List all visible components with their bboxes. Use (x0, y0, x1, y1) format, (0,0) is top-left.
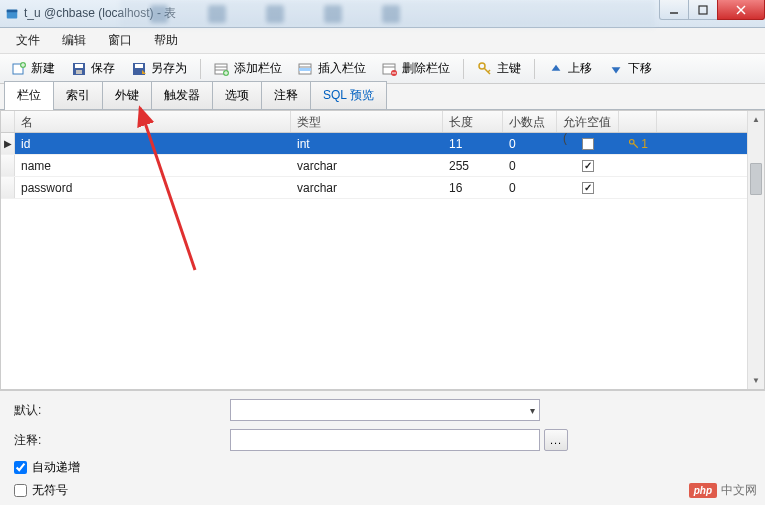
add-field-button[interactable]: 添加栏位 (207, 56, 289, 81)
cell-name[interactable]: name (15, 156, 291, 176)
svg-rect-11 (75, 64, 83, 68)
cell-type[interactable]: varchar (291, 178, 443, 198)
delete-field-button[interactable]: 删除栏位 (375, 56, 457, 81)
cell-key[interactable] (619, 185, 657, 191)
svg-rect-14 (135, 64, 143, 68)
cell-type[interactable]: varchar (291, 156, 443, 176)
save-as-button[interactable]: 另存为 (124, 56, 194, 81)
minimize-button[interactable] (659, 0, 689, 20)
watermark-badge: php (689, 483, 717, 498)
primary-key-icon: 1 (628, 137, 648, 151)
tab-comment[interactable]: 注释 (261, 81, 311, 109)
tab-sql-preview[interactable]: SQL 预览 (310, 81, 387, 109)
watermark-text: 中文网 (721, 482, 757, 499)
menu-file[interactable]: 文件 (6, 28, 50, 53)
col-header-name[interactable]: 名 (15, 111, 291, 132)
col-header-key[interactable] (619, 111, 657, 132)
auto-increment-checkbox[interactable] (14, 461, 27, 474)
cell-key[interactable] (619, 163, 657, 169)
svg-line-30 (488, 70, 490, 72)
new-label: 新建 (31, 60, 55, 77)
default-combobox[interactable] (230, 399, 540, 421)
new-icon (11, 61, 27, 77)
row-indicator-header (1, 111, 15, 132)
cell-allow-null[interactable] (557, 179, 619, 197)
svg-rect-1 (7, 9, 18, 12)
auto-increment-label[interactable]: 自动递增 (32, 459, 80, 476)
svg-rect-23 (299, 68, 311, 71)
comment-more-button[interactable]: ... (544, 429, 568, 451)
comment-label: 注释: (14, 432, 70, 449)
checkbox-icon (582, 160, 594, 172)
toolbar-separator (463, 59, 464, 79)
cell-type[interactable]: int (291, 134, 443, 154)
save-as-icon (131, 61, 147, 77)
toolbar-separator (200, 59, 201, 79)
table-row[interactable]: ▶idint1101 (1, 133, 747, 155)
cell-length[interactable]: 16 (443, 178, 503, 198)
titlebar: t_u @chbase (localhost) - 表 (0, 0, 765, 28)
cell-allow-null[interactable] (557, 135, 619, 153)
tab-foreign-key[interactable]: 外键 (102, 81, 152, 109)
cell-length[interactable]: 11 (443, 134, 503, 154)
col-header-decimal[interactable]: 小数点 (503, 111, 557, 132)
scroll-up-arrow[interactable]: ▲ (748, 111, 764, 128)
tab-options[interactable]: 选项 (212, 81, 262, 109)
vertical-scrollbar[interactable]: ▲ ▼ (747, 111, 764, 389)
scroll-thumb[interactable] (750, 163, 762, 195)
cell-key[interactable]: 1 (619, 134, 657, 154)
key-icon (477, 61, 493, 77)
tab-fields[interactable]: 栏位 (4, 81, 54, 110)
unsigned-checkbox[interactable] (14, 484, 27, 497)
move-down-button[interactable]: 下移 (601, 56, 659, 81)
add-field-label: 添加栏位 (234, 60, 282, 77)
arrow-down-icon (608, 61, 624, 77)
tab-trigger[interactable]: 触发器 (151, 81, 213, 109)
scroll-down-arrow[interactable]: ▼ (748, 372, 764, 389)
menu-help[interactable]: 帮助 (144, 28, 188, 53)
primary-key-button[interactable]: 主键 (470, 56, 528, 81)
col-header-allow-null[interactable]: 允许空值 ( (557, 111, 619, 132)
cell-decimal[interactable]: 0 (503, 156, 557, 176)
unsigned-row: 无符号 (14, 482, 751, 499)
cell-name[interactable]: password (15, 178, 291, 198)
menubar: 文件 编辑 窗口 帮助 (0, 28, 765, 54)
new-button[interactable]: 新建 (4, 56, 62, 81)
watermark: php 中文网 (689, 482, 757, 499)
unsigned-label[interactable]: 无符号 (32, 482, 68, 499)
field-properties-panel: 默认: 注释: ... 自动递增 无符号 (0, 390, 765, 505)
default-row: 默认: (14, 399, 751, 421)
background-blur (120, 0, 655, 28)
save-label: 保存 (91, 60, 115, 77)
cell-decimal[interactable]: 0 (503, 178, 557, 198)
fields-grid[interactable]: 名 类型 长度 小数点 允许空值 ( ▶idint1101namevarchar… (1, 111, 747, 389)
insert-field-button[interactable]: 插入栏位 (291, 56, 373, 81)
cell-length[interactable]: 255 (443, 156, 503, 176)
col-header-type[interactable]: 类型 (291, 111, 443, 132)
menu-window[interactable]: 窗口 (98, 28, 142, 53)
tab-index[interactable]: 索引 (53, 81, 103, 109)
cell-name[interactable]: id (15, 134, 291, 154)
move-up-button[interactable]: 上移 (541, 56, 599, 81)
tab-bar: 栏位 索引 外键 触发器 选项 注释 SQL 预览 (0, 84, 765, 110)
grid-header: 名 类型 长度 小数点 允许空值 ( (1, 111, 747, 133)
window-controls (660, 0, 765, 20)
primary-key-label: 主键 (497, 60, 521, 77)
default-label: 默认: (14, 402, 70, 419)
menu-edit[interactable]: 编辑 (52, 28, 96, 53)
table-row[interactable]: passwordvarchar160 (1, 177, 747, 199)
cell-allow-null[interactable] (557, 157, 619, 175)
cell-decimal[interactable]: 0 (503, 134, 557, 154)
close-button[interactable] (717, 0, 765, 20)
fields-grid-panel: 名 类型 长度 小数点 允许空值 ( ▶idint1101namevarchar… (0, 110, 765, 390)
maximize-button[interactable] (688, 0, 718, 20)
comment-input[interactable] (230, 429, 540, 451)
delete-field-label: 删除栏位 (402, 60, 450, 77)
col-header-length[interactable]: 长度 (443, 111, 503, 132)
save-as-label: 另存为 (151, 60, 187, 77)
move-up-label: 上移 (568, 60, 592, 77)
checkbox-icon (582, 138, 594, 150)
insert-field-icon (298, 61, 314, 77)
save-button[interactable]: 保存 (64, 56, 122, 81)
table-row[interactable]: namevarchar2550 (1, 155, 747, 177)
